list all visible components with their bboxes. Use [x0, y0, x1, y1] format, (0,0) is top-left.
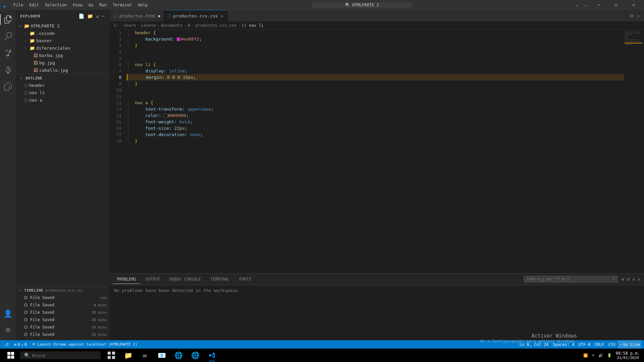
status-encoding[interactable]: UTF-8	[577, 340, 592, 349]
panel-filter[interactable]: ⚡	[524, 276, 618, 283]
tab-productos-css[interactable]: ⬡ productos.ccs.css ✕	[164, 10, 228, 21]
systray-volume[interactable]: 🔊	[597, 349, 604, 362]
explorer-title: EXPLORER	[20, 14, 41, 18]
start-button[interactable]	[3, 349, 19, 362]
outline-header[interactable]: ▾ OUTLINE	[16, 74, 110, 81]
menu-selection[interactable]: Selection	[42, 2, 69, 8]
timeline-header[interactable]: ▾ TIMELINE productos.ccs.css	[16, 287, 110, 294]
menu-run[interactable]: Run	[97, 2, 109, 8]
timeline-item-4[interactable]: File Saved 24 mins	[16, 323, 110, 331]
chrome-button[interactable]: 🌐	[170, 349, 186, 362]
nav-forward-button[interactable]: →	[582, 1, 589, 9]
outline-header-item[interactable]: ⬡ header	[16, 81, 110, 89]
outline-nav-a-item[interactable]: ⬡ nav a	[16, 96, 110, 104]
outline-nav-a-name: nav a	[29, 98, 42, 103]
tab-close-button[interactable]: ✕	[220, 13, 224, 19]
status-language[interactable]: CSS	[607, 340, 617, 349]
breadcrumb-filename[interactable]: productos.ccs.css	[195, 23, 236, 28]
title-search[interactable]: 🔍 HTMLPARTE 2	[312, 2, 412, 8]
panel-tab-ports[interactable]: PORTS	[235, 275, 255, 284]
collapse-all-icon[interactable]: ⋯	[101, 13, 106, 19]
line-num-9: 9	[110, 80, 124, 87]
task-view-button[interactable]	[103, 349, 119, 362]
status-launch[interactable]: ⟳ Launch Chrome against localhost (HTMLP…	[31, 340, 139, 349]
explorer-activity-icon[interactable]	[0, 11, 16, 27]
breadcrumb-hash[interactable]: #	[188, 23, 190, 28]
panel-tab-debug-console[interactable]: DEBUG CONSOLE	[165, 275, 205, 284]
chrome2-button[interactable]: 🌐	[187, 349, 203, 362]
panel-close-icon[interactable]: ✕	[637, 276, 641, 283]
timeline-time-1: 8 mins	[94, 303, 107, 307]
status-line-ending[interactable]: CRLF	[593, 340, 606, 349]
project-root-folder[interactable]: ▾ 📂 HTMLPARTE 2	[16, 22, 110, 29]
split-terminal-icon[interactable]: ⊟	[626, 276, 630, 283]
taskbar-search-input[interactable]	[32, 353, 92, 358]
timeline-item-5[interactable]: File Saved 28 mins	[16, 331, 110, 338]
timeline-item-1[interactable]: File Saved 8 mins	[16, 301, 110, 309]
breadcrumb-documents[interactable]: Documents	[161, 23, 183, 28]
file-explorer-button[interactable]: 📁	[120, 349, 136, 362]
new-terminal-icon[interactable]: ⊕	[621, 276, 625, 283]
systray-battery[interactable]: 🔋	[606, 349, 613, 362]
mail-button[interactable]: ✉	[137, 349, 153, 362]
status-errors[interactable]: ⊗ 0 ⚠ 0	[13, 340, 28, 349]
nav-back-button[interactable]: ←	[574, 1, 580, 9]
source-control-activity-icon[interactable]	[0, 45, 16, 61]
minimap-line	[625, 41, 641, 42]
taskbar-clock[interactable]: 08:58 p.m. 31/01/2024	[614, 349, 641, 362]
timeline-item-0[interactable]: File Saved now	[16, 294, 110, 301]
menu-view[interactable]: View	[70, 2, 85, 8]
taskbar-search-box[interactable]: 🔍	[20, 351, 101, 359]
outline-nav-li-item[interactable]: ⬡ nav li	[16, 89, 110, 96]
breadcrumb-selector[interactable]: ⟨⟩ nav li	[241, 23, 263, 28]
menu-file[interactable]: File	[11, 2, 26, 8]
timeline-item-3[interactable]: File Saved 20 mins	[16, 316, 110, 323]
banner-folder[interactable]: › 📁 banner	[16, 37, 110, 44]
minimize-button[interactable]: ─	[591, 0, 606, 10]
bg-jpg-file[interactable]: 🖼 bg.jpg	[16, 59, 110, 66]
account-icon[interactable]: 👤	[0, 305, 16, 321]
panel-tab-output[interactable]: OUTPUT	[142, 275, 164, 284]
code-value-uppercase: uppercase	[187, 106, 211, 112]
panel-tab-problems[interactable]: PROBLEMS	[113, 275, 140, 284]
breadcrumb-lenovo[interactable]: Lenovo	[141, 23, 156, 28]
menu-go[interactable]: Go	[86, 2, 96, 8]
editor-content[interactable]: 1 2 3 4 5 6 7 8 9 10 11 12 13 14	[110, 29, 644, 273]
status-live-server[interactable]: ⚡ Go Live	[618, 340, 641, 349]
new-folder-icon[interactable]: 📁	[87, 13, 94, 19]
tab-ptoductos-html[interactable]: ⬡ ptoductos.html ●	[110, 10, 164, 21]
svg-rect-1	[112, 352, 115, 355]
extensions-activity-icon[interactable]	[0, 78, 16, 95]
menu-help[interactable]: Help	[136, 2, 151, 8]
panel-chevron-up-icon[interactable]: ∧	[632, 276, 636, 283]
systray-chevron[interactable]: 🔼	[582, 349, 589, 362]
outlook-button[interactable]: 📧	[154, 349, 170, 362]
diferenciales-folder[interactable]: › 📁 diferenciales	[16, 44, 110, 52]
breadcrumb-users[interactable]: Users	[124, 23, 136, 28]
systray-keyboard[interactable]: ⌨	[591, 349, 596, 362]
split-editor-icon[interactable]: ⧉	[629, 12, 635, 20]
maximize-button[interactable]: ◻	[608, 0, 624, 10]
code-editor[interactable]: header { background : #ea09f2 ;	[127, 29, 624, 273]
status-branch[interactable]: ⎇	[3, 340, 10, 349]
panel-filter-input[interactable]	[527, 277, 611, 282]
new-file-icon[interactable]: 📄	[78, 13, 85, 19]
live-server-text: Go Live	[623, 342, 640, 347]
css-file-icon: ⬡	[167, 13, 171, 19]
refresh-icon[interactable]: ↺	[95, 13, 100, 19]
caballo-jpg-file[interactable]: 🖼 caballo.jpg	[16, 66, 110, 74]
timeline-item-2[interactable]: File Saved 10 mins	[16, 309, 110, 316]
more-actions-icon[interactable]: ⋯	[636, 12, 641, 20]
close-button[interactable]: ✕	[626, 0, 641, 10]
barba-jpg-file[interactable]: 🖼 barba.jpg	[16, 52, 110, 59]
search-activity-icon[interactable]	[0, 28, 16, 44]
panel-tab-terminal[interactable]: TERMINAL	[206, 275, 234, 284]
settings-gear-icon[interactable]: ⚙	[0, 321, 16, 338]
breadcrumb-c[interactable]: C:	[114, 23, 119, 28]
vscode-taskbar-button[interactable]	[204, 349, 220, 362]
vscode-folder[interactable]: › 📁 .vscode	[16, 29, 110, 37]
menu-terminal[interactable]: Terminal	[110, 2, 135, 8]
menu-edit[interactable]: Edit	[26, 2, 42, 8]
debug-activity-icon[interactable]	[0, 62, 16, 78]
line-num-14: 14	[110, 112, 124, 119]
